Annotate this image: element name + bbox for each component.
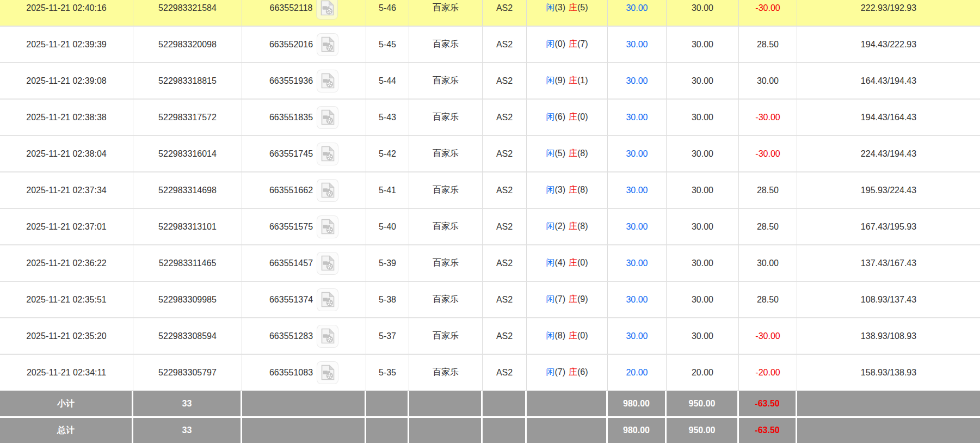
cell-balance: 138.93/108.93 (797, 318, 980, 355)
result-player-points: (3) (554, 185, 565, 194)
cell-result: 闲(6)庄(0) (527, 100, 608, 136)
video-file-icon (320, 73, 335, 89)
round-id-text: 663552016 (269, 40, 313, 50)
cell-table-name: AS2 (483, 172, 527, 209)
cell-valid-amount: 20.00 (667, 355, 739, 391)
cell-shoe-round: 5-35 (366, 355, 409, 391)
cell-bet-amount: 30.00 (608, 136, 667, 172)
round-id-text: 663551936 (269, 76, 313, 86)
cell-order-id: 522983320098 (133, 27, 242, 63)
cell-valid-amount: 30.00 (667, 282, 739, 318)
result-banker-points: (7) (577, 39, 588, 48)
bet-record-row[interactable]: 2025-11-21 02:40:16 522983321584 6635521… (0, 0, 980, 27)
cell-round-id: 663551835 (242, 100, 366, 136)
cell-win-loss: 28.50 (739, 209, 797, 245)
cell-bet-amount: 30.00 (608, 209, 667, 245)
cell-game-type: 百家乐 (409, 355, 483, 391)
video-replay-button[interactable] (317, 215, 338, 238)
cell-win-loss: -30.00 (739, 0, 797, 27)
result-banker-points: (0) (577, 112, 588, 121)
cell-result: 闲(3)庄(5) (527, 0, 608, 27)
round-id-text: 663551835 (269, 113, 313, 122)
video-file-icon (320, 365, 335, 380)
video-replay-button[interactable] (317, 252, 338, 275)
cell-win-loss: 30.00 (739, 63, 797, 100)
cell-table-name: AS2 (483, 355, 527, 391)
video-file-icon (320, 146, 335, 162)
cell-table-name: AS2 (483, 245, 527, 282)
result-banker-label: 庄 (569, 112, 577, 121)
bet-record-row[interactable]: 2025-11-21 02:39:08 522983318815 6635519… (0, 63, 980, 100)
bet-record-row[interactable]: 2025-11-21 02:35:20 522983308594 6635512… (0, 318, 980, 355)
round-id-text: 663551083 (269, 368, 313, 378)
cell-balance: 224.43/194.43 (797, 136, 980, 172)
cell-time: 2025-11-21 02:40:16 (0, 0, 133, 27)
cell-order-id: 522983311465 (133, 245, 242, 282)
subtotal-empty-cell (527, 391, 608, 418)
bet-record-row[interactable]: 2025-11-21 02:38:04 522983316014 6635517… (0, 136, 980, 172)
cell-result: 闲(8)庄(0) (527, 318, 608, 355)
cell-order-id: 522983308594 (133, 318, 242, 355)
subtotal-empty-cell (409, 391, 483, 418)
video-replay-button[interactable] (317, 325, 338, 348)
subtotal-win-loss-total: -63.50 (739, 391, 797, 418)
cell-game-type: 百家乐 (409, 0, 483, 27)
cell-round-id: 663552016 (242, 27, 366, 63)
result-player-points: (9) (554, 76, 565, 85)
result-banker-label: 庄 (569, 258, 577, 267)
bet-record-row[interactable]: 2025-11-21 02:39:39 522983320098 6635520… (0, 27, 980, 63)
cell-shoe-round: 5-45 (366, 27, 409, 63)
bet-record-row[interactable]: 2025-11-21 02:36:22 522983311465 6635514… (0, 245, 980, 282)
cell-round-id: 663551283 (242, 318, 366, 355)
cell-order-id: 522983305797 (133, 355, 242, 391)
cell-win-loss: 28.50 (739, 282, 797, 318)
cell-game-type: 百家乐 (409, 100, 483, 136)
cell-result: 闲(9)庄(1) (527, 63, 608, 100)
cell-shoe-round: 5-39 (366, 245, 409, 282)
subtotal-bet-total: 980.00 (608, 391, 667, 418)
cell-time: 2025-11-21 02:37:34 (0, 172, 133, 209)
result-banker-points: (8) (577, 149, 588, 158)
result-player-label: 闲 (546, 331, 554, 340)
cell-order-id: 522983318815 (133, 63, 242, 100)
result-player-label: 闲 (546, 149, 554, 158)
cell-valid-amount: 30.00 (667, 0, 739, 27)
result-player-label: 闲 (546, 221, 554, 231)
video-replay-button[interactable] (317, 143, 338, 165)
round-id-text: 663551374 (269, 295, 313, 305)
result-player-points: (7) (554, 367, 565, 377)
cell-balance: 194.43/222.93 (797, 27, 980, 63)
video-replay-button[interactable] (317, 361, 338, 384)
cell-win-loss: -30.00 (739, 318, 797, 355)
cell-round-id: 663551457 (242, 245, 366, 282)
video-replay-button[interactable] (317, 179, 338, 202)
total-label: 总计 (0, 418, 133, 444)
video-replay-button[interactable] (316, 0, 338, 20)
video-file-icon (320, 182, 335, 198)
cell-shoe-round: 5-44 (366, 63, 409, 100)
cell-bet-amount: 30.00 (608, 63, 667, 100)
cell-table-name: AS2 (483, 318, 527, 355)
cell-table-name: AS2 (483, 282, 527, 318)
total-empty-cell (366, 418, 409, 444)
cell-valid-amount: 30.00 (667, 209, 739, 245)
cell-table-name: AS2 (483, 100, 527, 136)
video-replay-button[interactable] (317, 33, 338, 56)
result-player-points: (6) (554, 112, 565, 121)
subtotal-count: 33 (133, 391, 242, 418)
video-replay-button[interactable] (317, 288, 338, 311)
video-replay-button[interactable] (317, 106, 338, 129)
bet-record-row[interactable]: 2025-11-21 02:35:51 522983309985 6635513… (0, 282, 980, 318)
cell-round-id: 663551083 (242, 355, 366, 391)
round-id-text: 663551662 (269, 186, 313, 195)
video-file-icon (320, 292, 335, 307)
bet-record-row[interactable]: 2025-11-21 02:37:01 522983313101 6635515… (0, 209, 980, 245)
bet-record-row[interactable]: 2025-11-21 02:38:38 522983317572 6635518… (0, 100, 980, 136)
result-player-points: (4) (554, 258, 565, 267)
cell-time: 2025-11-21 02:38:38 (0, 100, 133, 136)
bet-record-row[interactable]: 2025-11-21 02:37:34 522983314698 6635516… (0, 172, 980, 209)
bet-record-row[interactable]: 2025-11-21 02:34:11 522983305797 6635510… (0, 355, 980, 391)
subtotal-empty-cell (483, 391, 527, 418)
video-replay-button[interactable] (317, 70, 338, 92)
cell-time: 2025-11-21 02:38:04 (0, 136, 133, 172)
